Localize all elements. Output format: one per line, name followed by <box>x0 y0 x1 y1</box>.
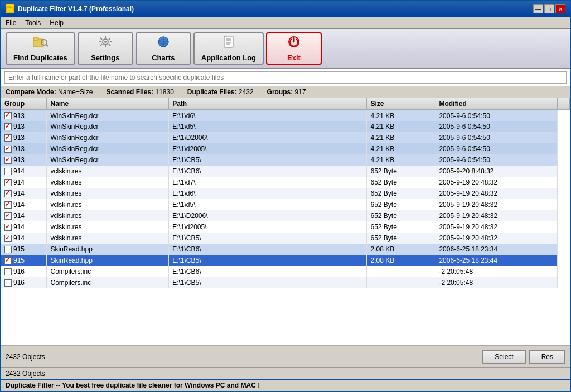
table-row[interactable]: 914vclskin.resE:\1\d6\652 Byte2005-9-19 … <box>1 188 570 199</box>
search-bar <box>1 69 570 86</box>
col-name[interactable]: Name <box>47 98 169 110</box>
charts-button[interactable]: Charts <box>136 32 191 65</box>
groups-stat: Groups: 917 <box>267 88 306 96</box>
cell-group: 914 <box>1 221 47 233</box>
col-scroll-spacer <box>558 98 570 110</box>
cell-name: vclskin.res <box>47 233 169 244</box>
cell-path: E:\1\d2005\ <box>169 221 367 233</box>
row-checkbox[interactable] <box>4 268 12 275</box>
svg-rect-1 <box>7 6 10 8</box>
svg-line-15 <box>109 38 110 40</box>
row-checkbox[interactable] <box>4 246 12 253</box>
table-row[interactable]: 914vclskin.resE:\1\d7\652 Byte2005-9-19 … <box>1 177 570 188</box>
row-checkbox[interactable] <box>4 146 12 153</box>
svg-rect-3 <box>33 37 38 40</box>
row-checkbox[interactable] <box>4 123 12 130</box>
compare-mode-stat: Compare Mode: Name+Size <box>6 88 93 96</box>
cell-group: 914 <box>1 210 47 221</box>
cell-name: WinSkinReg.dcr <box>47 110 169 121</box>
table-row[interactable]: 914vclskin.resE:\1\d5\652 Byte2005-9-19 … <box>1 199 570 210</box>
application-log-button[interactable]: Application Log <box>193 32 264 65</box>
cell-name: vclskin.res <box>47 177 169 188</box>
duplicate-files-stat: Duplicate Files: 2432 <box>187 88 254 96</box>
row-checkbox[interactable] <box>4 168 12 175</box>
cell-group: 916 <box>1 277 47 288</box>
table-row[interactable]: 915SkinRead.hppE:\1\CB6\2.08 KB2006-6-25… <box>1 244 570 255</box>
cell-modified: -2 20:05:48 <box>435 277 558 288</box>
table-row[interactable]: 913WinSkinReg.dcrE:\1\d5\4.21 KB2005-9-6… <box>1 121 570 132</box>
cell-group: 913 <box>1 132 47 143</box>
table-row[interactable]: 913WinSkinReg.dcrE:\1\D2006\4.21 KB2005-… <box>1 132 570 143</box>
search-input[interactable] <box>4 71 567 84</box>
file-table: Group Name Path Size Modified 913WinSkin… <box>1 98 570 288</box>
reset-button[interactable]: Res <box>529 350 565 364</box>
svg-rect-21 <box>224 36 233 47</box>
cell-path: E:\1\d7\ <box>169 177 367 188</box>
cell-group: 915 <box>1 244 47 255</box>
table-row[interactable]: 913WinSkinReg.dcrE:\1\CB5\4.21 KB2005-9-… <box>1 154 570 166</box>
close-button[interactable]: ✕ <box>555 4 565 13</box>
row-checkbox[interactable] <box>4 212 12 220</box>
cell-modified: 2005-9-19 20:48:32 <box>435 210 558 221</box>
row-checkbox[interactable] <box>4 190 12 197</box>
table-row[interactable]: 913WinSkinReg.dcrE:\1\d2005\4.21 KB2005-… <box>1 143 570 154</box>
cell-name: vclskin.res <box>47 199 169 210</box>
cell-name: WinSkinReg.dcr <box>47 154 169 166</box>
maximize-button[interactable]: □ <box>544 4 554 13</box>
row-checkbox[interactable] <box>4 112 12 119</box>
cell-name: SkinRead.hpp <box>47 244 169 255</box>
file-table-container: Group Name Path Size Modified 913WinSkin… <box>1 98 570 345</box>
find-duplicates-button[interactable]: Find Duplicates <box>6 32 75 65</box>
settings-icon <box>98 36 113 51</box>
table-row[interactable]: 915SkinRead.hppE:\1\CB5\2.08 KB2006-6-25… <box>1 255 570 266</box>
settings-button[interactable]: Settings <box>78 32 133 65</box>
menu-bar: File Tools Help <box>1 17 570 29</box>
cell-size: 4.21 KB <box>367 110 435 121</box>
scanned-files-stat: Scanned Files: 11830 <box>106 88 173 96</box>
table-wrapper[interactable]: Group Name Path Size Modified 913WinSkin… <box>1 98 570 288</box>
application-log-label: Application Log <box>201 54 256 62</box>
row-checkbox[interactable] <box>4 235 12 242</box>
app-icon <box>6 4 14 13</box>
row-checkbox[interactable] <box>4 201 12 209</box>
table-row[interactable]: 916Compilers.incE:\1\CB5\-2 20:05:48 <box>1 277 570 288</box>
select-button[interactable]: Select <box>482 350 525 364</box>
row-checkbox[interactable] <box>4 257 12 264</box>
objects-count: 2432 Objects <box>6 353 479 361</box>
cell-group: 913 <box>1 143 47 154</box>
table-row[interactable]: 914vclskin.resE:\1\D2006\652 Byte2005-9-… <box>1 210 570 221</box>
col-modified[interactable]: Modified <box>435 98 558 110</box>
cell-group: 915 <box>1 255 47 266</box>
minimize-button[interactable]: — <box>533 4 543 13</box>
menu-help[interactable]: Help <box>50 19 64 27</box>
table-row[interactable]: 914vclskin.resE:\1\CB5\652 Byte2005-9-19… <box>1 233 570 244</box>
cell-name: WinSkinReg.dcr <box>47 121 169 132</box>
table-row[interactable]: 916Compilers.incE:\1\CB6\-2 20:05:48 <box>1 266 570 277</box>
cell-group: 914 <box>1 177 47 188</box>
cell-size: 652 Byte <box>367 233 435 244</box>
cell-size: 4.21 KB <box>367 121 435 132</box>
menu-tools[interactable]: Tools <box>25 19 41 27</box>
col-group[interactable]: Group <box>1 98 47 110</box>
cell-group: 914 <box>1 199 47 210</box>
col-path[interactable]: Path <box>169 98 367 110</box>
cell-modified: 2005-9-20 8:48:32 <box>435 166 558 177</box>
row-checkbox[interactable] <box>4 134 12 142</box>
row-checkbox[interactable] <box>4 179 12 186</box>
cell-path: E:\1\D2006\ <box>169 132 367 143</box>
col-size[interactable]: Size <box>367 98 435 110</box>
cell-modified: 2005-9-6 0:54:50 <box>435 154 558 166</box>
cell-size: 652 Byte <box>367 210 435 221</box>
cell-path: E:\1\CB5\ <box>169 277 367 288</box>
cell-name: SkinRead.hpp <box>47 255 169 266</box>
row-checkbox[interactable] <box>4 157 12 164</box>
table-row[interactable]: 914vclskin.resE:\1\d2005\652 Byte2005-9-… <box>1 221 570 233</box>
row-checkbox[interactable] <box>4 279 12 287</box>
menu-file[interactable]: File <box>6 19 16 27</box>
cell-size: 4.21 KB <box>367 132 435 143</box>
cell-size: 652 Byte <box>367 177 435 188</box>
row-checkbox[interactable] <box>4 224 12 231</box>
table-row[interactable]: 914vclskin.resE:\1\CB6\652 Byte2005-9-20… <box>1 166 570 177</box>
table-row[interactable]: 913WinSkinReg.dcrE:\1\d6\4.21 KB2005-9-6… <box>1 110 570 121</box>
exit-button[interactable]: Exit <box>266 32 322 65</box>
